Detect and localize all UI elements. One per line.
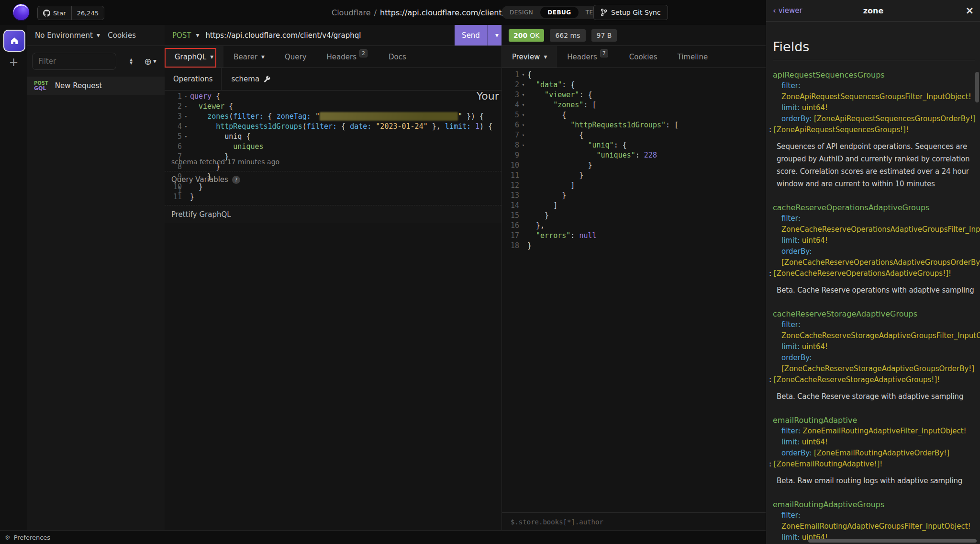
fold-toggle-icon[interactable]: ▾ (519, 140, 527, 150)
field-arg-type[interactable]: [ZoneEmailRoutingAdaptiveOrderBy!] (814, 449, 949, 457)
subtab-schema[interactable]: schema (222, 75, 280, 83)
fold-toggle-icon[interactable]: ▾ (519, 100, 527, 110)
star-count[interactable]: 26,245 (71, 6, 104, 20)
field-arg-type[interactable]: ZoneApiRequestSequencesGroupsFilter_Inpu… (781, 92, 971, 101)
chevron-down-icon[interactable]: ▼ (196, 33, 200, 38)
fold-toggle-icon[interactable]: ▾ (519, 110, 527, 120)
tab-debug[interactable]: DEBUG (540, 7, 578, 18)
line-number: 1 (502, 70, 519, 80)
field-arg-type[interactable]: ZoneCacheReserveStorageAdaptiveGroupsFil… (781, 331, 980, 340)
environment-selector[interactable]: No Environment ▼ (35, 31, 100, 40)
field-return-type[interactable]: : [ZoneEmailRoutingAdaptive!]! (769, 459, 980, 470)
fold-toggle-icon[interactable]: ▾ (519, 90, 527, 100)
insomnia-logo-icon[interactable] (12, 4, 30, 21)
tab-auth-bearer[interactable]: Bearer ▼ (223, 46, 275, 68)
field-arg-type[interactable]: [ZoneApiRequestSequencesGroupsOrderBy!] (814, 114, 976, 123)
send-button[interactable]: Send (455, 25, 487, 45)
code-text: { (527, 130, 583, 140)
fold-spacer (519, 211, 527, 221)
docs-body[interactable]: Fields apiRequestSequencesGroupsfilter: … (766, 21, 980, 544)
github-icon (43, 10, 50, 17)
add-request-button[interactable]: ⊕▼ (144, 56, 156, 67)
fold-spacer (519, 191, 527, 201)
fold-toggle-icon[interactable]: ▾ (182, 91, 190, 102)
sort-icon[interactable]: ▲▼ (130, 58, 133, 65)
field-return-type[interactable]: : [ZoneApiRequestSequencesGroups!]! (769, 125, 980, 136)
field-arg-type[interactable]: ZoneCacheReserveOperationsAdaptiveGroups… (781, 225, 980, 234)
github-star-button[interactable]: Star (38, 6, 71, 20)
tab-design[interactable]: DESIGN (502, 7, 540, 18)
line-number: 17 (502, 231, 519, 241)
fold-spacer (519, 181, 527, 191)
setup-git-sync-button[interactable]: Setup Git Sync (593, 5, 668, 20)
field-arg: limit: uint64! (781, 437, 980, 448)
prettify-button[interactable]: Prettify GraphQL (165, 205, 501, 223)
workspace-breadcrumb[interactable]: Cloudflare / https://api.cloudflare.com/… (332, 0, 521, 25)
response-time-badge: 662 ms (550, 29, 585, 42)
line-number: 7 (502, 130, 519, 140)
fold-toggle-icon[interactable]: ▾ (182, 132, 190, 142)
fold-toggle-icon[interactable]: ▾ (519, 70, 527, 80)
subtab-operations[interactable]: Operations (165, 68, 222, 90)
tab-query[interactable]: Query (275, 46, 317, 68)
fold-spacer (519, 150, 527, 160)
fold-spacer (519, 231, 527, 241)
vertical-scrollbar-thumb[interactable] (975, 72, 979, 102)
query-variables-editor[interactable]: 1 (165, 186, 501, 196)
request-panel: POST ▼ https://api.cloudflare.com/client… (165, 25, 501, 531)
field-name[interactable]: emailRoutingAdaptiveGroups (773, 499, 980, 510)
horizontal-scrollbar-thumb[interactable] (808, 539, 977, 543)
field-arg-type[interactable]: uint64! (802, 438, 828, 446)
tab-graphql[interactable]: GraphQL ▼ (165, 46, 223, 68)
field-name[interactable]: cacheReserveStorageAdaptiveGroups (773, 309, 980, 319)
graphql-query-editor[interactable]: 1▾query {2▾ viewer {3▾ zones(filter: { z… (165, 89, 501, 417)
fold-toggle-icon[interactable]: ▾ (182, 112, 190, 122)
field-name[interactable]: cacheReserveOperationsAdaptiveGroups (773, 203, 980, 213)
field-description: Beta. Cache Reserve storage with adaptiv… (777, 390, 980, 403)
field-arg-type[interactable]: uint64! (802, 103, 828, 112)
field-arg-type[interactable]: ZoneEmailRoutingAdaptiveFilter_InputObje… (802, 427, 966, 435)
preferences-button[interactable]: Preferences (14, 534, 50, 541)
field-name[interactable]: apiRequestSequencesGroups (773, 70, 980, 80)
fold-toggle-icon[interactable]: ▾ (519, 120, 527, 130)
tab-docs[interactable]: Docs (379, 46, 416, 68)
field-arg-type[interactable]: [ZoneCacheReserveOperationsAdaptiveGroup… (781, 258, 980, 267)
response-body-viewer[interactable]: 1▾{2▾ "data": {3▾ "viewer": {4▾ "zones":… (502, 68, 766, 513)
fold-spacer (519, 221, 527, 231)
close-icon[interactable]: × (965, 6, 974, 15)
field-arg-type[interactable]: [ZoneCacheReserveStorageAdaptiveGroupsOr… (781, 364, 974, 373)
field-arg-type[interactable]: ZoneEmailRoutingAdaptiveGroupsFilter_Inp… (781, 522, 971, 531)
tab-response-headers[interactable]: Headers 7 (557, 46, 619, 68)
help-icon[interactable]: ? (232, 176, 240, 184)
field-arg-type[interactable]: uint64! (802, 342, 828, 351)
field-return-type[interactable]: : [ZoneCacheReserveStorageAdaptiveGroups… (769, 374, 980, 385)
field-return-type[interactable]: : [ZoneCacheReserveOperationsAdaptiveGro… (769, 268, 980, 279)
fold-toggle-icon[interactable]: ▾ (182, 102, 190, 112)
git-branch-icon (601, 9, 607, 16)
chevron-down-icon: ▼ (153, 59, 156, 64)
filter-input[interactable] (32, 53, 116, 70)
method-selector[interactable]: POST (172, 31, 191, 40)
new-workspace-button[interactable]: + (0, 56, 27, 69)
tab-response-cookies[interactable]: Cookies (619, 46, 668, 68)
url-input[interactable]: https://api.cloudflare.com/client/v4/gra… (205, 31, 455, 40)
code-line: 9 "uniques": 228 (502, 150, 766, 160)
response-filter-input[interactable] (510, 518, 751, 526)
field-name[interactable]: emailRoutingAdaptive (773, 415, 980, 426)
code-line: 1▾{ (502, 70, 766, 80)
home-button[interactable] (3, 30, 25, 52)
cookies-button[interactable]: Cookies (108, 31, 136, 40)
code-text: viewer { (190, 102, 233, 112)
field-arg-type[interactable]: uint64! (802, 236, 828, 245)
tab-headers[interactable]: Headers 2 (317, 46, 379, 68)
github-star-widget[interactable]: Star 26,245 (37, 6, 104, 20)
fold-toggle-icon[interactable]: ▾ (182, 122, 190, 132)
tab-preview[interactable]: Preview ▼ (502, 46, 557, 68)
docs-back-link[interactable]: ‹ viewer (773, 6, 802, 15)
code-text: } (527, 160, 592, 170)
tab-timeline[interactable]: Timeline (667, 46, 718, 68)
fold-toggle-icon[interactable]: ▾ (519, 130, 527, 140)
request-list-item[interactable]: POST GQL New Request (27, 77, 165, 95)
send-options-button[interactable]: ▼ (487, 25, 501, 45)
fold-toggle-icon[interactable]: ▾ (519, 80, 527, 90)
